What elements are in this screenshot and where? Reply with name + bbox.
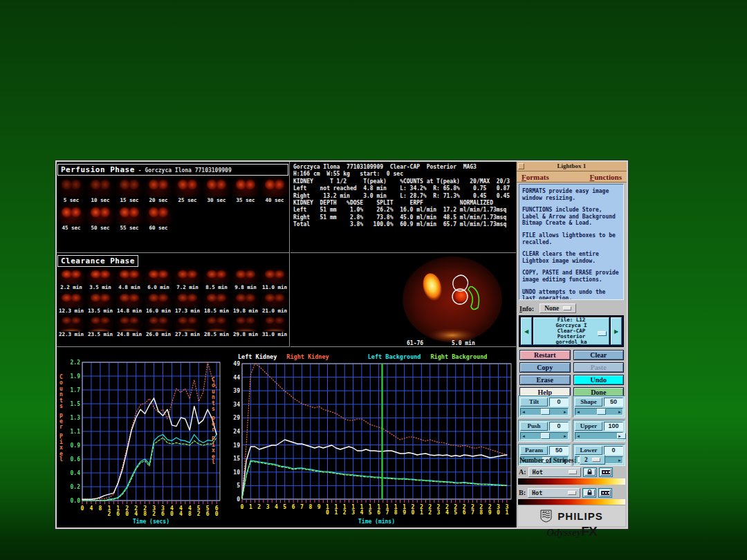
tilt-slider[interactable]: ◄► [520, 408, 569, 416]
perfusion-frame: 20 sec [144, 176, 173, 203]
svg-text:0: 0 [170, 511, 174, 517]
svg-text:49: 49 [233, 361, 240, 367]
minimize-box-icon[interactable] [518, 163, 524, 169]
clearance-frame: 16.0 min [144, 291, 173, 314]
clearance-frame: 26.0 min [144, 315, 173, 337]
svg-text:9: 9 [403, 510, 406, 516]
slider-left-arrow[interactable]: ◄ [575, 433, 581, 439]
file-info-box[interactable]: File: L12Gorczyca IClear-CAPPosteriorgor… [533, 317, 609, 345]
lower-button[interactable]: Lower [575, 446, 602, 455]
palette-editor-icon[interactable] [600, 489, 611, 496]
svg-text:1.3: 1.3 [71, 415, 81, 421]
kidney-thumbnail-image [145, 315, 172, 331]
frame-time-label: 4.8 min [118, 284, 140, 290]
lock-icon[interactable] [584, 469, 596, 476]
slider-left-arrow[interactable]: ◄ [521, 433, 526, 439]
clearance-frame: 7.2 min [173, 268, 202, 290]
slider-right-arrow[interactable]: ► [562, 433, 568, 439]
frame-time-label: 17.3 min [175, 308, 200, 314]
perfusion-frames-row-2: 45 sec50 sec55 sec60 sec [57, 204, 289, 231]
frame-time-label: 8.5 min [205, 284, 228, 290]
stats-line: Gorczyca Ilona 77103109909 Clear-CAP Pos… [293, 164, 515, 171]
file-prev-arrow[interactable]: ◀ [521, 317, 532, 345]
slider-right-arrow[interactable]: ► [617, 433, 622, 439]
dropdown-dash-icon [569, 470, 577, 474]
slider-left-arrow[interactable]: ◄ [575, 409, 581, 415]
push-button[interactable]: Push [520, 422, 548, 431]
kidney-thumbnail-image [174, 291, 201, 308]
slider-thumb[interactable] [541, 409, 550, 415]
clearance-frame: 2.2 min [57, 268, 86, 290]
undo-button[interactable]: Undo [573, 375, 625, 385]
lightbox-titlebar[interactable]: Lightbox 1 [517, 162, 627, 171]
svg-text:5: 5 [369, 510, 372, 516]
file-info-line: gor+dol_ka [555, 339, 587, 345]
copy-button[interactable]: Copy [519, 362, 571, 373]
dropdown-dash-icon [592, 458, 600, 462]
frame-time-label: 16.0 min [146, 308, 171, 314]
paste-button[interactable]: Paste [573, 362, 625, 373]
legend-item: Right Background [430, 353, 487, 360]
colormap-dropdown[interactable]: Hot [528, 467, 581, 477]
push-slider[interactable]: ◄► [520, 432, 569, 440]
shape-slider[interactable]: ◄► [575, 408, 623, 416]
perfusion-frame: 5 sec [57, 176, 86, 203]
svg-text:4: 4 [134, 511, 138, 517]
palette-editor-icon[interactable] [600, 469, 611, 476]
clearance-frame: 22.3 min [57, 315, 86, 337]
clearance-frame: 13.5 min [86, 291, 115, 314]
philips-shield-icon [540, 510, 552, 523]
svg-text:Time (secs): Time (secs) [133, 518, 169, 525]
perfusion-frame: 10 sec [86, 176, 115, 203]
clear-button[interactable]: Clear [573, 350, 625, 360]
push-value: 0 [549, 422, 569, 431]
slider-left-arrow[interactable]: ◄ [521, 409, 526, 415]
erase-button[interactable]: Erase [519, 375, 571, 385]
menu-functions[interactable]: Functions [590, 173, 622, 181]
lock-icon[interactable] [584, 489, 595, 496]
svg-text:1: 1 [420, 510, 423, 516]
frame-time-label: 29.8 min [233, 331, 258, 337]
svg-text:3: 3 [351, 510, 355, 516]
svg-text:2: 2 [343, 510, 347, 516]
svg-text:7: 7 [386, 510, 389, 516]
param-button[interactable]: Param [520, 446, 548, 455]
dropdown-dash-icon [568, 491, 576, 495]
svg-text:5: 5 [237, 483, 240, 489]
svg-text:15: 15 [233, 456, 240, 462]
restart-button[interactable]: Restart [519, 350, 571, 360]
slider-right-arrow[interactable]: ► [617, 409, 622, 415]
info-dropdown[interactable]: None [540, 304, 576, 313]
kidney-thumbnail-image [116, 268, 143, 284]
svg-text:0: 0 [215, 511, 219, 517]
info-row: Info: None [519, 303, 624, 314]
slider-thumb[interactable] [597, 409, 606, 415]
stats-line: Right 13.2 min 3.0 min L: 28.7% R: 71.3%… [293, 193, 515, 200]
legend-item: Left Kidney [238, 353, 277, 360]
help-paragraph: FILE allows lightboxes to be recalled. [522, 232, 620, 245]
slider-thumb[interactable] [541, 433, 550, 439]
svg-text:3: 3 [266, 504, 270, 510]
frame-time-label: 30 sec [207, 197, 225, 203]
scintigram-svg [389, 254, 515, 342]
file-next-arrow[interactable]: ▶ [611, 317, 622, 345]
stripes-dropdown[interactable]: 2 [580, 455, 605, 465]
shape-button[interactable]: Shape [575, 398, 602, 407]
svg-text:7: 7 [300, 504, 304, 510]
frame-time-label: 23.5 min [88, 331, 113, 337]
svg-text:1.1: 1.1 [71, 429, 81, 435]
tilt-button[interactable]: Tilt [520, 398, 548, 407]
svg-text:2: 2 [152, 511, 156, 517]
kidney-thumbnail-image [57, 268, 85, 284]
upper-slider[interactable]: ◄► [575, 432, 623, 440]
brand-area: PHILIPS OdysseyFX [518, 505, 625, 526]
perfusion-frame: 30 sec [202, 176, 231, 203]
slider-right-arrow[interactable]: ► [562, 409, 568, 415]
clearance-frame: 14.8 min [115, 291, 144, 314]
colormap-dropdown[interactable]: Hot [528, 488, 580, 498]
upper-button[interactable]: Upper [575, 422, 602, 431]
help-paragraph: FUNCTIONS include Store, Label & Arrow a… [522, 207, 620, 227]
file-menu-dash-icon[interactable] [598, 331, 607, 336]
menu-formats[interactable]: Formats [522, 173, 549, 181]
svg-text:4: 4 [90, 505, 93, 512]
